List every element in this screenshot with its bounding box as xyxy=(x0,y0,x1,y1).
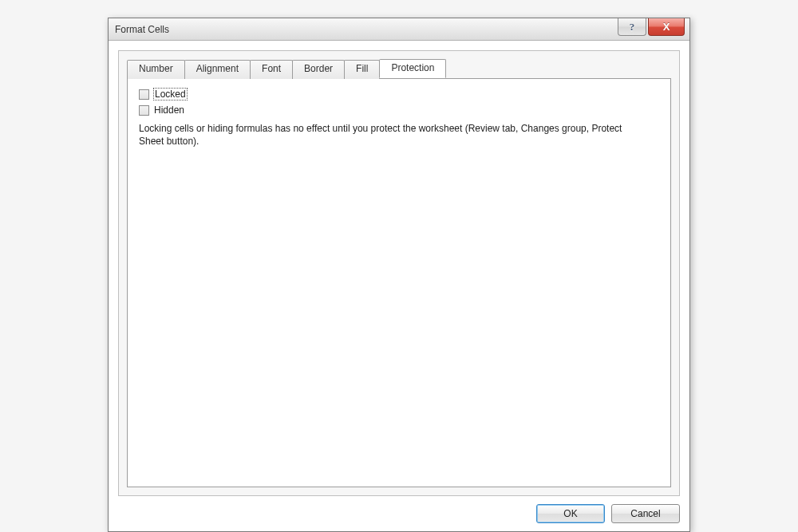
help-button[interactable]: ? xyxy=(618,18,646,36)
cancel-button[interactable]: Cancel xyxy=(611,504,680,523)
ok-button[interactable]: OK xyxy=(536,504,605,523)
locked-checkbox[interactable] xyxy=(139,89,149,100)
dialog-button-row: OK Cancel xyxy=(118,504,680,523)
content-frame: Number Alignment Font Border Fill Protec… xyxy=(118,50,680,496)
tab-row: Number Alignment Font Border Fill Protec… xyxy=(127,59,671,78)
format-cells-dialog: Format Cells ? X Number Alignment Font B… xyxy=(108,18,690,532)
tab-number[interactable]: Number xyxy=(127,60,185,79)
hidden-checkbox[interactable] xyxy=(139,105,149,116)
tab-label: Fill xyxy=(356,63,368,74)
dialog-body: Number Alignment Font Border Fill Protec… xyxy=(109,41,689,531)
titlebar: Format Cells ? X xyxy=(109,18,689,41)
tab-protection[interactable]: Protection xyxy=(379,59,446,78)
hidden-label: Hidden xyxy=(154,104,184,116)
tab-label: Border xyxy=(304,63,333,74)
button-label: Cancel xyxy=(630,508,660,519)
dialog-title: Format Cells xyxy=(115,24,169,35)
tab-border[interactable]: Border xyxy=(292,60,345,79)
locked-row: Locked xyxy=(139,89,659,100)
tab-label: Font xyxy=(262,63,281,74)
close-button[interactable]: X xyxy=(648,18,685,36)
protection-description: Locking cells or hiding formulas has no … xyxy=(139,122,650,148)
hidden-row: Hidden xyxy=(139,104,659,116)
help-icon: ? xyxy=(630,21,635,33)
tab-label: Protection xyxy=(391,62,434,73)
tab-label: Alignment xyxy=(196,63,239,74)
window-controls: ? X xyxy=(618,18,689,36)
locked-label: Locked xyxy=(154,89,187,100)
tab-alignment[interactable]: Alignment xyxy=(184,60,251,79)
protection-panel: Locked Hidden Locking cells or hiding fo… xyxy=(127,78,671,487)
button-label: OK xyxy=(563,508,577,519)
tab-font[interactable]: Font xyxy=(250,60,293,79)
close-icon: X xyxy=(663,21,670,33)
tab-fill[interactable]: Fill xyxy=(344,60,380,79)
tab-label: Number xyxy=(139,63,173,74)
